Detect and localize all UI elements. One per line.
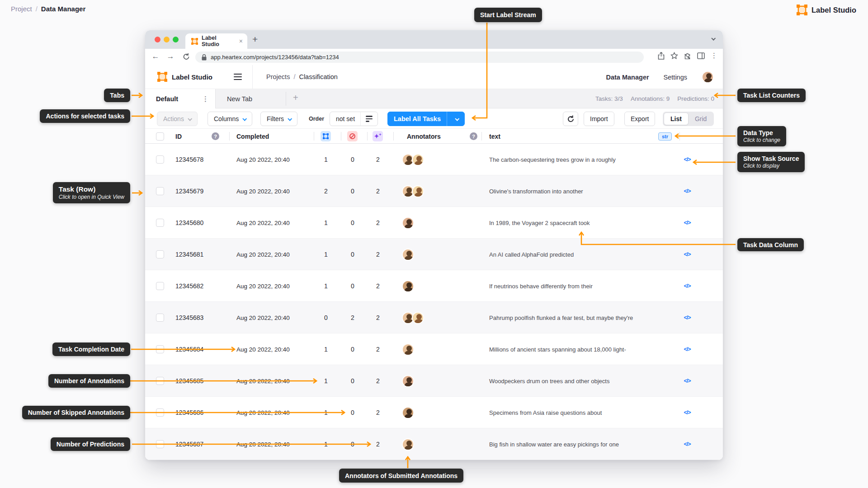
data-type-badge[interactable]: str [658,132,672,141]
callout-number-of-predictions: Number of Predictions [51,437,130,451]
show-source-code-icon[interactable]: </> [684,283,690,289]
annotator-avatar [402,343,414,356]
tab-close-icon[interactable]: × [239,38,243,45]
row-checkbox[interactable] [156,282,164,290]
traffic-light-close[interactable] [155,37,160,42]
breadcrumb-project[interactable]: Project [11,5,32,13]
app-logo[interactable]: Label Studio [157,72,212,82]
predictions-column-icon[interactable]: ✦+ [373,131,383,141]
chevron-down-icon [288,116,292,121]
actions-dropdown[interactable]: Actions [157,112,198,126]
show-source-code-icon[interactable]: </> [684,346,690,352]
view-list-button[interactable]: List [664,113,689,125]
share-icon[interactable] [658,52,665,60]
show-source-code-icon[interactable]: </> [684,156,690,163]
callout-start-label-stream: Start Label Stream [474,8,542,22]
task-completion-date: Aug 20 2022, 20:40 [236,175,290,207]
sort-icon[interactable] [360,112,377,126]
annotations-count: 1 [319,239,333,270]
forward-icon[interactable]: → [165,52,175,61]
row-checkbox[interactable] [156,408,164,417]
task-row[interactable]: 12345680 Aug 20 2022, 20:40 1 0 2 In 198… [145,207,723,239]
task-row[interactable]: 12345685 Aug 20 2022, 20:40 1 0 2 Woodpe… [145,365,723,397]
reload-icon[interactable] [181,53,191,61]
bookmark-star-icon[interactable] [670,52,678,60]
breadcrumb: Project / Data Manager [11,5,85,13]
tab-divider [286,92,286,106]
nav-settings[interactable]: Settings [664,74,687,81]
task-row[interactable]: 12345683 Aug 20 2022, 20:40 0 2 2 Pahrum… [145,302,723,333]
annotators-help-icon[interactable]: ? [470,132,477,140]
chevron-down-icon[interactable] [455,116,459,121]
task-row[interactable]: 12345681 Aug 20 2022, 20:40 1 0 2 An AI … [145,239,723,270]
view-grid-button[interactable]: Grid [689,113,713,125]
task-id: 12345680 [175,207,203,239]
filters-dropdown[interactable]: Filters [260,112,297,126]
import-button[interactable]: Import [584,112,614,126]
app-breadcrumb-projects[interactable]: Projects [266,73,290,80]
col-header-completed[interactable]: Completed [236,129,269,144]
dm-tab-bar: Default ⋮ New Tab + Tasks: 3/3 Annotatio… [145,89,723,108]
tab-default[interactable]: Default ⋮ [145,89,216,109]
sidebar-panel-icon[interactable] [697,52,705,59]
show-source-code-icon[interactable]: </> [684,441,690,447]
row-checkbox[interactable] [156,440,164,448]
skipped-count: 0 [346,365,359,397]
nav-data-manager[interactable]: Data Manager [606,74,649,81]
order-label: Order [309,116,324,122]
tab-options-kebab-icon[interactable]: ⋮ [202,95,209,103]
row-checkbox[interactable] [156,219,164,227]
row-checkbox[interactable] [156,155,164,164]
export-button[interactable]: Export [624,112,655,126]
label-all-tasks-label: Label All Tasks [394,115,441,122]
callout-task-completion-date: Task Completion Date [52,343,130,356]
refresh-button[interactable] [563,112,578,126]
skipped-count: 0 [346,207,359,239]
task-row[interactable]: 12345679 Aug 20 2022, 20:40 2 0 2 Olivin… [145,175,723,207]
extensions-puzzle-icon[interactable] [684,52,691,59]
show-source-code-icon[interactable]: </> [684,188,690,194]
row-checkbox[interactable] [156,187,164,195]
col-header-id[interactable]: ID [175,129,182,144]
annotations-column-icon[interactable] [321,131,331,141]
hamburger-menu-icon[interactable] [234,74,242,80]
row-checkbox[interactable] [156,345,164,353]
browser-tab[interactable]: Label Studio × [185,33,247,49]
columns-dropdown[interactable]: Columns [208,112,252,126]
row-checkbox[interactable] [156,250,164,258]
order-dropdown[interactable]: not set [330,112,378,126]
id-help-icon[interactable]: ? [212,132,219,140]
row-checkbox[interactable] [156,314,164,322]
traffic-light-minimize[interactable] [164,37,170,42]
label-all-tasks-button[interactable]: Label All Tasks [387,112,465,126]
browser-menu-kebab-icon[interactable]: ⋮ [711,52,717,60]
row-checkbox[interactable] [156,377,164,385]
app-breadcrumb: Projects / Classification [266,73,338,80]
show-source-code-icon[interactable]: </> [684,220,690,226]
show-source-code-icon[interactable]: </> [684,314,690,321]
traffic-light-maximize[interactable] [173,37,179,42]
annotations-count: 1 [319,397,333,428]
skipped-column-icon[interactable] [347,131,358,141]
predictions-count: 2 [371,428,385,460]
col-header-annotators[interactable]: Annotators [407,129,441,144]
task-row[interactable]: 12345682 Aug 20 2022, 20:40 1 0 2 If neu… [145,270,723,302]
task-row[interactable]: 12345686 Aug 20 2022, 20:40 1 0 2 Specim… [145,397,723,428]
show-source-code-icon[interactable]: </> [684,409,690,416]
task-row[interactable]: 12345687 Aug 20 2022, 20:40 1 0 2 Big fi… [145,428,723,460]
add-tab-icon[interactable]: + [293,93,298,103]
task-row[interactable]: 12345684 Aug 20 2022, 20:40 1 0 2 Millio… [145,333,723,365]
user-avatar[interactable] [702,71,714,83]
task-id: 12345686 [175,397,203,428]
col-header-text[interactable]: text [489,129,500,144]
show-source-code-icon[interactable]: </> [684,378,690,384]
task-row[interactable]: 12345678 Aug 20 2022, 20:40 1 0 2 The ca… [145,144,723,175]
new-tab-icon[interactable]: + [252,34,258,44]
show-source-code-icon[interactable]: </> [684,251,690,258]
url-bar[interactable]: app.heartex.com/projects/123456/data?tab… [195,52,644,63]
select-all-checkbox[interactable] [156,132,164,141]
predictions-count: 2 [371,144,385,175]
tabstrip-chevron-down-icon[interactable] [711,36,716,41]
back-icon[interactable]: ← [151,52,160,61]
tab-new-tab[interactable]: New Tab [216,89,286,108]
